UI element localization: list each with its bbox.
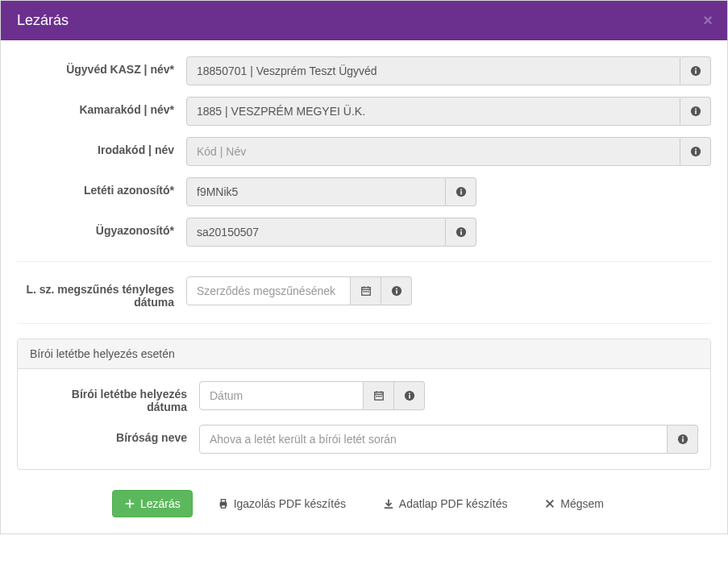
row-ugyved: Ügyvéd KASZ | név* (17, 56, 711, 85)
svg-rect-19 (363, 291, 364, 293)
row-kamarakod: Kamarakód | név* (17, 97, 711, 126)
input-ugy (186, 218, 446, 247)
label-irodakod: Irodakód | név (17, 137, 186, 156)
panel-heading: Bírói letétbe helyezés esetén (18, 339, 710, 369)
info-icon (394, 381, 425, 410)
print-icon (218, 498, 229, 509)
input-megszunes-date[interactable] (186, 276, 351, 305)
label-ugyved: Ügyvéd KASZ | név* (17, 56, 186, 76)
input-biroi-date[interactable] (199, 381, 364, 410)
svg-rect-2 (695, 68, 697, 70)
svg-rect-41 (221, 500, 225, 503)
modal-dialog: Lezárás × Ügyvéd KASZ | név* Kamarakód |… (0, 0, 728, 534)
megsem-button[interactable]: Mégsem (532, 490, 616, 517)
svg-rect-11 (460, 189, 462, 191)
svg-rect-21 (367, 291, 368, 293)
label-biroi-datum: Bírói letétbe helyezés dátuma (30, 381, 199, 413)
panel-biroi: Bírói letétbe helyezés esetén Bírói leté… (17, 338, 711, 470)
svg-rect-36 (682, 438, 684, 442)
svg-rect-33 (409, 395, 410, 398)
svg-rect-5 (695, 109, 697, 110)
label-birosag: Bíróság neve (30, 425, 199, 444)
input-kamarakod (186, 97, 680, 126)
button-label: Mégsem (560, 497, 604, 510)
input-ugyved (186, 56, 680, 85)
modal-footer: Lezárás Igazolás PDF készítés Adatlap PD… (1, 478, 727, 533)
plus-icon (124, 498, 135, 509)
calendar-icon[interactable] (364, 381, 394, 410)
info-icon (446, 177, 476, 206)
row-leteti: Letéti azonosító* (17, 177, 711, 206)
button-label: Adatlap PDF készítés (399, 497, 508, 510)
label-leteti: Letéti azonosító* (17, 177, 186, 197)
label-ugy: Ügyazonosító* (17, 218, 186, 237)
modal-title: Lezárás (17, 12, 711, 29)
svg-rect-37 (682, 437, 684, 438)
svg-rect-7 (695, 151, 697, 154)
divider (17, 261, 711, 262)
row-biroi-datum: Bírói letétbe helyezés dátuma (30, 381, 698, 413)
svg-rect-20 (365, 291, 367, 293)
label-megszunes: L. sz. megszűnés tényleges dátuma (17, 276, 186, 309)
modal-body: Ügyvéd KASZ | név* Kamarakód | név* Irod… (1, 40, 727, 478)
download-icon (383, 498, 394, 509)
info-icon (680, 56, 711, 85)
input-irodakod (186, 137, 680, 166)
svg-rect-10 (460, 191, 462, 194)
lezaras-button[interactable]: Lezárás (112, 490, 193, 517)
close-icon[interactable]: × (703, 12, 713, 28)
divider (17, 323, 711, 324)
svg-rect-24 (396, 288, 397, 290)
row-megszunes: L. sz. megszűnés tényleges dátuma (17, 276, 711, 309)
svg-rect-42 (221, 505, 225, 509)
row-irodakod: Irodakód | név (17, 137, 711, 166)
panel-body: Bírói letétbe helyezés dátuma Bíróság ne… (18, 369, 710, 469)
input-birosag[interactable] (199, 425, 668, 454)
svg-rect-14 (460, 230, 462, 231)
info-icon (680, 137, 711, 166)
svg-rect-23 (396, 290, 397, 293)
svg-rect-1 (695, 70, 697, 73)
svg-rect-29 (376, 396, 377, 397)
info-icon (668, 425, 698, 454)
calendar-icon[interactable] (351, 276, 381, 305)
info-icon (680, 97, 711, 126)
close-icon (544, 498, 555, 509)
row-birosag: Bíróság neve (30, 425, 698, 454)
label-kamarakod: Kamarakód | név* (17, 97, 186, 116)
svg-rect-8 (695, 149, 697, 151)
svg-rect-4 (695, 110, 697, 114)
svg-rect-30 (378, 396, 380, 397)
row-ugy: Ügyazonosító* (17, 218, 711, 247)
info-icon (446, 218, 476, 247)
svg-rect-13 (460, 231, 462, 235)
svg-rect-34 (409, 393, 410, 395)
info-icon (381, 276, 412, 305)
igazolas-pdf-button[interactable]: Igazolás PDF készítés (206, 490, 358, 517)
adatlap-pdf-button[interactable]: Adatlap PDF készítés (371, 490, 520, 517)
button-label: Lezárás (140, 497, 181, 510)
modal-header: Lezárás × (1, 1, 727, 40)
button-label: Igazolás PDF készítés (234, 497, 346, 510)
input-leteti (186, 177, 446, 206)
svg-rect-31 (380, 396, 381, 397)
